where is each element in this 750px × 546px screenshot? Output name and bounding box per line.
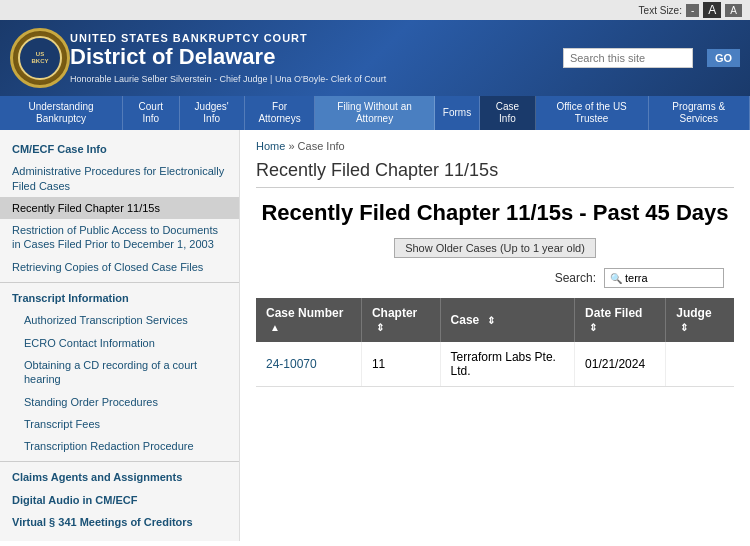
sidebar-item-retrieving[interactable]: Retrieving Copies of Closed Case Files <box>0 256 239 278</box>
sidebar-item-virtual-341[interactable]: Virtual § 341 Meetings of Creditors <box>0 511 239 533</box>
col-case[interactable]: Case ⇕ <box>440 298 575 342</box>
main-content: Home » Case Info Recently Filed Chapter … <box>240 130 750 541</box>
text-size-label: Text Size: <box>639 5 682 16</box>
sidebar-divider-2 <box>0 461 239 462</box>
table-row: 24-10070 11 Terraform Labs Pte. Ltd. 01/… <box>256 342 734 387</box>
court-name: UNITED STATES BANKRUPTCY COURT <box>70 32 553 44</box>
nav-item-for-attorneys[interactable]: For Attorneys <box>245 96 316 130</box>
sidebar-item-authorized[interactable]: Authorized Transcription Services <box>0 309 239 331</box>
sidebar-item-restriction[interactable]: Restriction of Public Access to Document… <box>0 219 239 256</box>
breadcrumb-separator: » <box>288 140 297 152</box>
sort-date-icon: ⇕ <box>589 322 597 333</box>
sidebar-item-cmecf[interactable]: CM/ECF Case Info <box>0 138 239 160</box>
sidebar-item-recently-filed[interactable]: Recently Filed Chapter 11/15s <box>0 197 239 219</box>
breadcrumb-home[interactable]: Home <box>256 140 285 152</box>
search-icon: 🔍 <box>610 273 622 284</box>
nav-item-forms[interactable]: Forms <box>435 96 480 130</box>
sidebar-item-redaction[interactable]: Transcription Redaction Procedure <box>0 435 239 457</box>
sidebar-item-cd-recording[interactable]: Obtaining a CD recording of a court hear… <box>0 354 239 391</box>
text-size-increase[interactable]: A <box>725 4 742 17</box>
header-text-block: UNITED STATES BANKRUPTCY COURT District … <box>70 32 553 83</box>
text-size-bar: Text Size: - A A <box>0 0 750 20</box>
col-chapter[interactable]: Chapter ⇕ <box>361 298 440 342</box>
breadcrumb: Home » Case Info <box>256 140 734 152</box>
search-label: Search: <box>555 271 596 285</box>
district-name: District of Delaware <box>70 44 553 70</box>
search-input[interactable] <box>604 268 724 288</box>
nav-item-case-info[interactable]: Case Info <box>480 96 536 130</box>
judges-text: Honorable Laurie Selber Silverstein - Ch… <box>70 74 553 84</box>
nav-item-understanding-bankruptcy[interactable]: Understanding Bankruptcy <box>0 96 123 130</box>
search-input-wrap: 🔍 <box>604 268 724 288</box>
col-date-filed[interactable]: Date Filed ⇕ <box>575 298 666 342</box>
court-seal: USBKCY <box>10 28 70 88</box>
sidebar-item-transcript-info[interactable]: Transcript Information <box>0 287 239 309</box>
cell-judge <box>666 342 734 387</box>
sort-case-icon: ⇕ <box>487 315 495 326</box>
sort-case-number-icon: ▲ <box>270 322 280 333</box>
sidebar-item-claims[interactable]: Claims Agents and Assignments <box>0 466 239 488</box>
sidebar: CM/ECF Case Info Administrative Procedur… <box>0 130 240 541</box>
cell-date-filed: 01/21/2024 <box>575 342 666 387</box>
col-judge[interactable]: Judge ⇕ <box>666 298 734 342</box>
cell-case-name: Terraform Labs Pte. Ltd. <box>440 342 575 387</box>
sidebar-divider-1 <box>0 282 239 283</box>
main-nav: Understanding Bankruptcy Court Info Judg… <box>0 96 750 130</box>
nav-item-filing-without[interactable]: Filing Without an Attorney <box>315 96 435 130</box>
site-search-input[interactable] <box>563 48 693 68</box>
nav-item-us-trustee[interactable]: Office of the US Trustee <box>536 96 649 130</box>
text-size-default[interactable]: A <box>703 2 721 18</box>
case-number-link[interactable]: 24-10070 <box>266 357 317 371</box>
col-case-number[interactable]: Case Number ▲ <box>256 298 361 342</box>
nav-item-court-info[interactable]: Court Info <box>123 96 180 130</box>
sort-judge-icon: ⇕ <box>680 322 688 333</box>
show-older-button[interactable]: Show Older Cases (Up to 1 year old) <box>394 238 596 258</box>
site-header: USBKCY UNITED STATES BANKRUPTCY COURT Di… <box>0 20 750 96</box>
text-size-decrease[interactable]: - <box>686 4 699 17</box>
site-search-button[interactable]: GO <box>707 49 740 67</box>
page-heading: Recently Filed Chapter 11/15s <box>256 160 734 188</box>
nav-item-judges-info[interactable]: Judges' Info <box>180 96 245 130</box>
content-title: Recently Filed Chapter 11/15s - Past 45 … <box>256 200 734 226</box>
cases-table: Case Number ▲ Chapter ⇕ Case ⇕ Date File… <box>256 298 734 387</box>
sidebar-item-admin-procedures[interactable]: Administrative Procedures for Electronic… <box>0 160 239 197</box>
header-search: GO <box>563 48 740 68</box>
cell-chapter: 11 <box>361 342 440 387</box>
sidebar-item-transcript-fees[interactable]: Transcript Fees <box>0 413 239 435</box>
nav-item-programs-services[interactable]: Programs & Services <box>649 96 751 130</box>
page-layout: CM/ECF Case Info Administrative Procedur… <box>0 130 750 541</box>
search-bar: Search: 🔍 <box>256 268 734 288</box>
sidebar-item-standing-order[interactable]: Standing Order Procedures <box>0 391 239 413</box>
sidebar-item-ecro[interactable]: ECRO Contact Information <box>0 332 239 354</box>
sidebar-item-digital-audio[interactable]: Digital Audio in CM/ECF <box>0 489 239 511</box>
breadcrumb-current: Case Info <box>298 140 345 152</box>
sort-chapter-icon: ⇕ <box>376 322 384 333</box>
cell-case-number: 24-10070 <box>256 342 361 387</box>
